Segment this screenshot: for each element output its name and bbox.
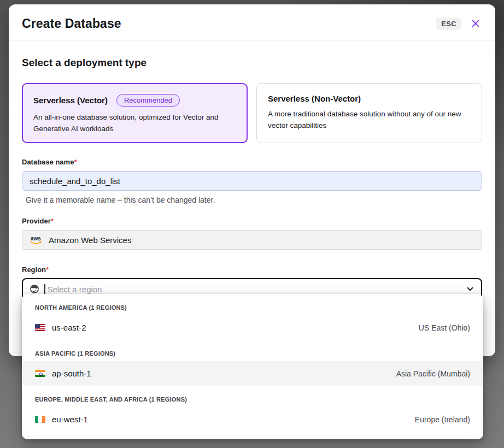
region-group-label-emea: EUROPE, MIDDLE EAST, AND AFRICA (1 REGIO… [22,386,483,407]
region-code: us-east-2 [52,323,86,332]
ireland-flag-icon [35,416,45,423]
region-code: eu-west-1 [52,415,88,424]
chevron-down-icon [466,285,474,293]
close-button[interactable] [469,17,482,30]
database-name-helper-text: Give it a memorable name – this can’t be… [22,196,482,204]
provider-value: Amazon Web Services [49,235,131,245]
region-location: Europe (Ireland) [415,415,470,424]
us-flag-icon [35,324,45,331]
provider-label: Provider* [22,217,54,225]
page-title: Create Database [22,15,121,32]
modal-body: Select a deployment type Serverless (Vec… [9,40,495,300]
modal-header: Create Database ESC [9,4,495,40]
provider-field-group: Provider* aws Amazon Web Services [22,216,482,250]
required-asterisk: * [46,266,49,274]
region-location: Asia Pacific (Mumbai) [396,369,470,378]
region-option-ap-south-1[interactable]: ap-south-1 Asia Pacific (Mumbai) [22,361,483,386]
deployment-heading: Select a deployment type [22,56,482,69]
region-code: ap-south-1 [52,369,91,378]
database-name-label: Database name* [22,158,77,166]
region-label: Region* [22,266,49,274]
database-name-input[interactable] [22,171,482,191]
close-icon [470,18,481,29]
card-description: An all-in-one database solution, optimiz… [33,111,236,134]
database-name-field-group: Database name* Give it a memorable name … [22,157,482,204]
deployment-option-serverless-non-vector[interactable]: Serverless (Non-Vector) A more tradition… [256,83,482,143]
header-actions: ESC [436,17,482,30]
esc-key-badge: ESC [436,17,461,30]
region-placeholder: Select a region [48,285,461,294]
aws-logo-icon: aws [29,235,43,245]
region-group-label-asia-pacific: ASIA PACIFIC (1 REGIONS) [22,340,483,361]
recommended-badge: Recommended [116,94,180,107]
card-title: Serverless (Non-Vector) [268,94,361,103]
globe-icon [30,284,39,294]
card-title: Serverless (Vector) [33,96,108,105]
card-description: A more traditional database solution wit… [268,108,471,131]
required-asterisk: * [74,158,77,166]
text-cursor [44,284,45,294]
provider-value-box: aws Amazon Web Services [22,230,482,250]
deployment-option-serverless-vector[interactable]: Serverless (Vector) Recommended An all-i… [22,83,248,143]
region-dropdown: NORTH AMERICA (1 REGIONS) us-east-2 US E… [22,294,483,439]
deployment-options: Serverless (Vector) Recommended An all-i… [22,83,482,143]
region-option-us-east-2[interactable]: us-east-2 US East (Ohio) [22,315,483,340]
india-flag-icon [35,370,45,377]
region-group-label-north-america: NORTH AMERICA (1 REGIONS) [22,294,483,315]
svg-text:aws: aws [31,235,41,241]
required-asterisk: * [51,217,54,225]
region-option-eu-west-1[interactable]: eu-west-1 Europe (Ireland) [22,407,483,432]
region-location: US East (Ohio) [419,323,470,332]
